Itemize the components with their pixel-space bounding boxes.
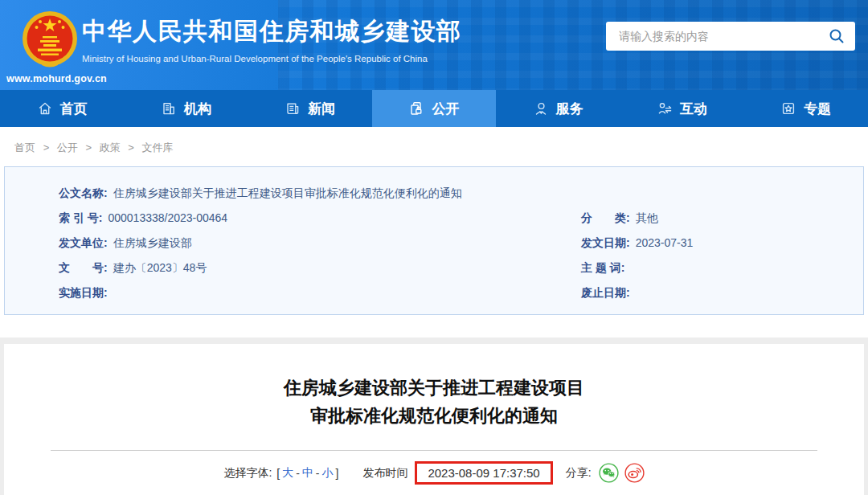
nav-label: 机构 <box>184 100 211 118</box>
article-title-line1: 住房城乡建设部关于推进工程建设项目 <box>284 378 584 398</box>
share-weibo-button[interactable] <box>624 463 645 483</box>
doc-issuer-value: 住房城乡建设部 <box>113 231 192 256</box>
search-icon <box>828 27 845 45</box>
nav-label: 互动 <box>680 100 707 118</box>
doc-category-value: 其他 <box>636 206 658 231</box>
publish-time-label: 发布时间 <box>362 466 407 481</box>
font-size-small-link[interactable]: 小 <box>322 466 334 481</box>
doc-info-row: 发文单位: 住房城乡建设部 发文日期: 2023-07-31 <box>5 231 863 256</box>
share-group: 分享: <box>566 463 645 483</box>
publish-time-highlight-box: 2023-08-09 17:37:50 <box>415 461 552 485</box>
share-label: 分享: <box>566 466 592 481</box>
doc-number-value: 建办〔2023〕48号 <box>113 256 207 280</box>
search-button[interactable] <box>826 26 847 47</box>
doc-issue-date-value: 2023-07-31 <box>636 231 694 256</box>
nav-item-disclosure[interactable]: 公开 <box>372 90 496 127</box>
article-title-line2: 审批标准化规范化便利化的通知 <box>310 406 558 426</box>
disclosure-icon <box>408 100 424 117</box>
weibo-icon <box>624 463 645 483</box>
doc-issue-date-label: 发文日期: <box>581 231 630 256</box>
main-nav: 首页 机构 新闻 公开 服务 互动 <box>0 90 868 127</box>
article-panel: 住房城乡建设部关于推进工程建设项目 审批标准化规范化便利化的通知 选择字体: [… <box>4 344 864 495</box>
breadcrumb-separator: > <box>128 141 134 153</box>
search-input[interactable] <box>617 29 826 43</box>
doc-effective-date-label: 实施日期: <box>59 280 108 305</box>
nav-label: 首页 <box>60 100 88 118</box>
breadcrumb-separator: > <box>85 141 92 153</box>
share-wechat-button[interactable] <box>599 463 619 483</box>
site-title: 中华人民共和国住房和城乡建设部 <box>82 15 462 48</box>
breadcrumb-separator: > <box>43 141 50 153</box>
nav-label: 专题 <box>804 100 831 118</box>
doc-effective-date-field: 实施日期: <box>59 280 581 305</box>
doc-info-row: 公文名称: 住房城乡建设部关于推进工程建设项目审批标准化规范化便利化的通知 <box>5 181 863 206</box>
doc-index-label: 索 引 号: <box>59 206 102 231</box>
nav-item-services[interactable]: 服务 <box>496 90 620 127</box>
doc-index-value: 000013338/2023-00464 <box>108 206 227 231</box>
font-size-medium-link[interactable]: 中 <box>302 466 313 481</box>
font-size-large-link[interactable]: 大 <box>282 466 293 481</box>
doc-issuer-label: 发文单位: <box>59 231 108 256</box>
doc-info-row: 文 号: 建办〔2023〕48号 主 题 词: <box>5 256 863 280</box>
font-size-dash: - <box>316 467 320 480</box>
home-icon <box>37 100 53 117</box>
doc-subject-field: 主 题 词: <box>581 256 863 280</box>
document-info-box: 公文名称: 住房城乡建设部关于推进工程建设项目审批标准化规范化便利化的通知 索 … <box>4 166 864 315</box>
font-select-label: 选择字体: <box>223 466 272 481</box>
title-divider <box>51 450 817 451</box>
topics-icon <box>780 100 796 117</box>
breadcrumb-document-library: 文件库 <box>142 141 174 153</box>
doc-issue-date-field: 发文日期: 2023-07-31 <box>581 231 863 256</box>
organization-icon <box>161 100 177 117</box>
publish-time-value: 2023-08-09 17:37:50 <box>428 466 539 480</box>
interaction-icon <box>657 100 673 117</box>
site-subtitle-en: Ministry of Housing and Urban-Rural Deve… <box>82 54 462 63</box>
breadcrumb-policy[interactable]: 政策 <box>100 141 121 153</box>
article-title: 住房城乡建设部关于推进工程建设项目 审批标准化规范化便利化的通知 <box>4 374 864 430</box>
nav-item-organization[interactable]: 机构 <box>124 90 248 127</box>
service-icon <box>533 100 549 117</box>
doc-name-label: 公文名称: <box>59 181 108 206</box>
site-header: www.mohurd.gov.cn 中华人民共和国住房和城乡建设部 Minist… <box>0 0 868 90</box>
nav-label: 公开 <box>432 100 459 118</box>
search-box <box>606 22 855 51</box>
doc-issuer-field: 发文单位: 住房城乡建设部 <box>59 231 581 256</box>
bracket-open: [ <box>276 467 280 480</box>
doc-subject-label: 主 题 词: <box>581 256 624 280</box>
bracket-close: ] <box>336 467 339 480</box>
breadcrumb: 首页 > 公开 > 政策 > 文件库 <box>0 127 868 166</box>
font-size-dash: - <box>296 467 300 480</box>
article-meta-bar: 选择字体: [ 大 - 中 - 小 ] 发布时间 2023-08-09 17:3… <box>4 461 864 485</box>
doc-name-field: 公文名称: 住房城乡建设部关于推进工程建设项目审批标准化规范化便利化的通知 <box>59 181 462 206</box>
doc-repeal-date-label: 废止日期: <box>581 280 630 305</box>
wechat-icon <box>599 463 619 483</box>
breadcrumb-disclosure[interactable]: 公开 <box>57 141 78 153</box>
doc-name-value: 住房城乡建设部关于推进工程建设项目审批标准化规范化便利化的通知 <box>113 181 462 206</box>
doc-number-field: 文 号: 建办〔2023〕48号 <box>59 256 581 280</box>
nav-label: 新闻 <box>308 100 335 118</box>
breadcrumb-home[interactable]: 首页 <box>14 141 35 153</box>
nav-label: 服务 <box>556 100 583 118</box>
national-emblem-icon <box>21 7 79 73</box>
doc-info-row: 索 引 号: 000013338/2023-00464 分 类: 其他 <box>5 206 863 231</box>
nav-item-home[interactable]: 首页 <box>0 90 124 127</box>
doc-index-field: 索 引 号: 000013338/2023-00464 <box>59 206 581 231</box>
doc-category-label: 分 类: <box>581 206 630 231</box>
doc-info-row: 实施日期: 废止日期: <box>5 280 863 305</box>
news-icon <box>285 100 301 117</box>
doc-number-label: 文 号: <box>59 256 108 280</box>
nav-item-interaction[interactable]: 互动 <box>620 90 743 127</box>
nav-item-topics[interactable]: 专题 <box>744 90 868 127</box>
doc-repeal-date-field: 废止日期: <box>581 280 863 305</box>
site-url: www.mohurd.gov.cn <box>6 73 107 84</box>
doc-category-field: 分 类: 其他 <box>581 206 863 231</box>
nav-item-news[interactable]: 新闻 <box>248 90 372 127</box>
